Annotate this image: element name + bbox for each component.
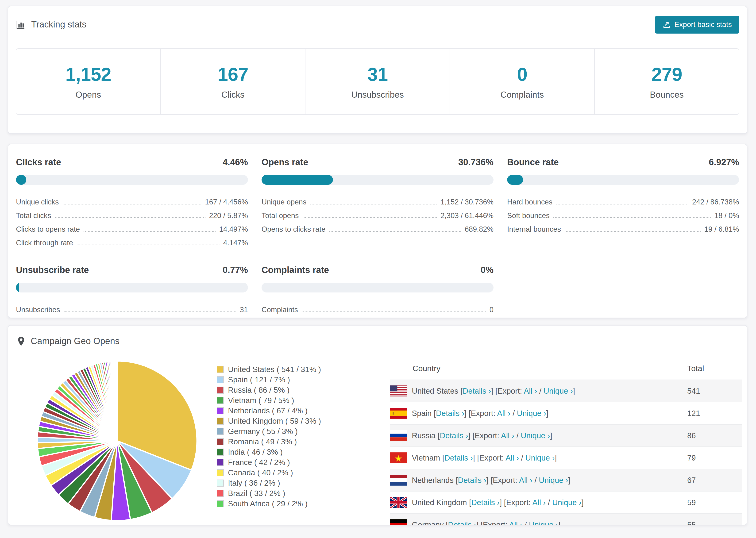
tracking-stats-page: { "accent_color": "#1b90ad", "button_col… — [0, 0, 756, 538]
rates-grid: Clicks rate4.46%Unique clicks167 / 4.456… — [16, 157, 739, 315]
metric-value-unique-clicks: 167 / 4.456% — [205, 198, 248, 207]
details-link[interactable]: Details › — [462, 387, 491, 395]
dotted-leader — [553, 217, 711, 218]
opens-rate-progress — [261, 175, 494, 185]
stat-value-complaints: 0 — [517, 64, 527, 85]
united-states-flag-icon — [390, 385, 412, 397]
metric-label-unique-opens: Unique opens — [261, 198, 306, 207]
details-link[interactable]: Details › — [436, 409, 464, 418]
export-unique-link[interactable]: Unique › — [539, 476, 568, 484]
legend-swatch-italy — [217, 480, 224, 487]
vietnam-flag-icon — [390, 452, 412, 463]
bracket-text: ] [Export: — [468, 431, 501, 440]
country-name: Germany [ — [412, 520, 448, 525]
separator-text: / — [514, 431, 521, 440]
bracket-text: ] — [581, 498, 584, 507]
netherlands-flag-icon — [390, 475, 412, 486]
details-link[interactable]: Details › — [458, 476, 486, 484]
bracket-text: ] [Export: — [491, 387, 523, 395]
legend-label-brazil: Brazil ( 33 / 2% ) — [228, 489, 285, 498]
export-unique-link[interactable]: Unique › — [529, 520, 558, 525]
table-row-netherlands: Netherlands [Details ›] [Export: All › /… — [390, 469, 742, 491]
bracket-text: ] [Export: — [500, 498, 532, 507]
country-name: Russia [ — [412, 431, 440, 440]
legend-swatch-france — [217, 459, 224, 466]
legend-label-germany: Germany ( 55 / 3% ) — [228, 427, 298, 436]
country-cell-vietnam: Vietnam [Details ›] [Export: All › / Uni… — [412, 454, 557, 462]
export-unique-link[interactable]: Unique › — [521, 431, 550, 440]
spain-flag-icon — [390, 408, 412, 419]
bounce-rate-progress-fill — [507, 175, 523, 185]
legend-item-united-kingdom: United Kingdom ( 59 / 3% ) — [217, 416, 321, 426]
export-all-link[interactable]: All › — [524, 387, 537, 395]
stat-unsubscribes: 31Unsubscribes — [305, 49, 450, 114]
total-cell-germany: 55 — [687, 520, 696, 525]
opens-rate-rows: Unique opens1,152 / 30.736%Total opens2,… — [261, 194, 494, 235]
metric-row-unsubscribes: Unsubscribes31 — [16, 301, 248, 315]
export-unique-link[interactable]: Unique › — [525, 454, 555, 462]
export-all-link[interactable]: All › — [497, 409, 511, 418]
legend-label-india: India ( 46 / 3% ) — [228, 448, 283, 457]
russia-flag-icon — [390, 430, 412, 441]
export-unique-link[interactable]: Unique › — [544, 387, 573, 395]
details-link[interactable]: Details › — [445, 454, 473, 462]
metric-row-total-clicks: Total clicks220 / 5.87% — [16, 207, 248, 221]
opens-rate-panel: Opens rate30.736%Unique opens1,152 / 30.… — [261, 157, 494, 248]
legend-item-netherlands: Netherlands ( 67 / 4% ) — [217, 405, 321, 416]
metric-label-internal-bounces: Internal bounces — [507, 225, 561, 235]
bracket-text: ] [Export: — [464, 409, 497, 418]
dotted-leader — [565, 231, 701, 232]
stat-value-opens: 1,152 — [65, 64, 111, 85]
country-name: United Kingdom [ — [412, 498, 471, 507]
metric-label-complaints: Complaints — [261, 306, 298, 315]
legend-label-france: France ( 42 / 2% ) — [228, 458, 290, 467]
summary-stats-box: 1,152Opens167Clicks31Unsubscribes0Compla… — [16, 48, 739, 115]
metric-row-internal-bounces: Internal bounces19 / 6.81% — [507, 221, 739, 235]
legend-swatch-united-states — [217, 366, 224, 373]
legend-swatch-netherlands — [217, 407, 224, 414]
legend-swatch-united-kingdom — [217, 418, 224, 425]
stat-value-unsubscribes: 31 — [367, 64, 388, 85]
complaints-rate-value: 0% — [481, 265, 494, 275]
metric-value-unsubscribes: 31 — [240, 306, 248, 315]
export-unique-link[interactable]: Unique › — [517, 409, 546, 418]
country-name: Vietnam [ — [412, 454, 445, 462]
legend-swatch-brazil — [217, 490, 224, 497]
export-all-link[interactable]: All › — [506, 454, 519, 462]
details-link[interactable]: Details › — [448, 520, 476, 525]
metric-value-total-clicks: 220 / 5.87% — [209, 211, 248, 221]
export-unique-link[interactable]: Unique › — [552, 498, 581, 507]
metric-row-soft-bounces: Soft bounces18 / 0% — [507, 207, 739, 221]
metric-label-click-through-rate: Click through rate — [16, 239, 73, 248]
legend-item-brazil: Brazil ( 33 / 2% ) — [217, 488, 321, 499]
bracket-text: ] — [568, 476, 570, 484]
geo-opens-pie-chart — [36, 360, 198, 522]
map-pin-icon — [17, 336, 25, 346]
stat-value-clicks: 167 — [218, 64, 248, 85]
metric-label-unsubscribes: Unsubscribes — [16, 306, 60, 315]
dotted-leader — [303, 217, 437, 218]
dotted-leader — [55, 217, 205, 218]
export-all-link[interactable]: All › — [532, 498, 546, 507]
geo-section-title: Campaign Geo Opens — [31, 336, 120, 346]
bracket-text: ] [Export: — [476, 520, 509, 525]
stat-label-unsubscribes: Unsubscribes — [351, 90, 404, 100]
legend-item-vietnam: Vietnam ( 79 / 5% ) — [217, 395, 321, 405]
export-all-link[interactable]: All › — [509, 520, 522, 525]
export-basic-stats-button[interactable]: Export basic stats — [655, 16, 739, 33]
complaints-rate-progress — [261, 283, 494, 293]
details-link[interactable]: Details › — [440, 431, 468, 440]
metric-row-hard-bounces: Hard bounces242 / 86.738% — [507, 194, 739, 207]
export-all-link[interactable]: All › — [501, 431, 514, 440]
united-kingdom-flag-icon — [390, 497, 412, 508]
legend-item-south-africa: South Africa ( 29 / 2% ) — [217, 499, 321, 509]
legend-label-spain: Spain ( 121 / 7% ) — [228, 375, 290, 384]
metric-value-complaints: 0 — [490, 306, 494, 315]
country-name: United States [ — [412, 387, 462, 395]
clicks-rate-head: Clicks rate4.46% — [16, 157, 248, 167]
details-link[interactable]: Details › — [471, 498, 500, 507]
geo-body: United States ( 541 / 31% )Spain ( 121 /… — [8, 357, 747, 525]
export-all-link[interactable]: All › — [519, 476, 532, 484]
total-cell-spain: 121 — [687, 409, 700, 418]
bracket-text: ] — [550, 431, 552, 440]
